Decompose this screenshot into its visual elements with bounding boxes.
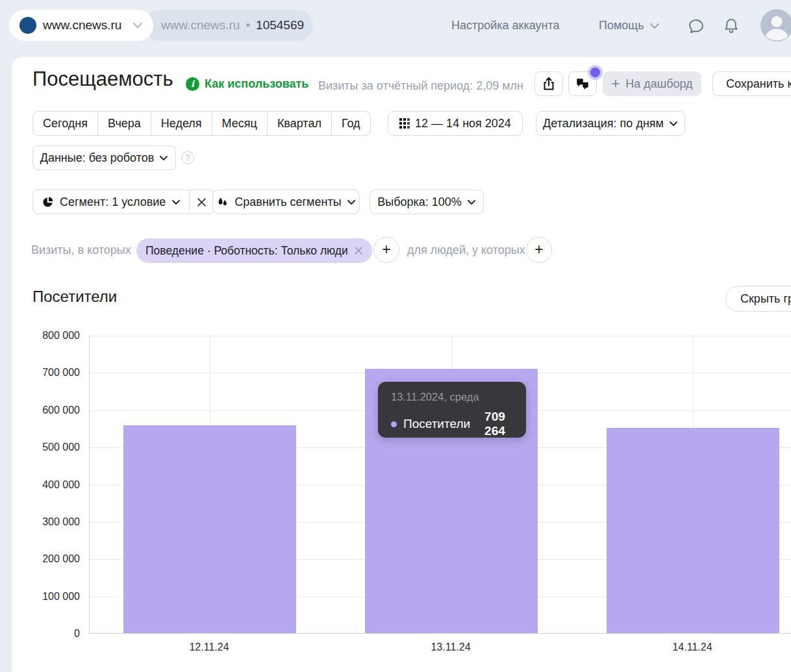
x-axis-tick: 14.11.24: [653, 641, 731, 653]
date-range-label: 12 — 14 ноя 2024: [415, 117, 511, 131]
h-gridline: [90, 336, 791, 336]
detail-dropdown[interactable]: Детализация: по дням: [536, 111, 685, 136]
data-mode-dropdown[interactable]: Данные: без роботов: [32, 145, 176, 170]
y-axis-tick: 700 000: [12, 366, 80, 379]
chevron-down-icon: [171, 199, 181, 205]
add-to-dashboard-label: На дашборд: [625, 77, 692, 91]
calendar-grid-icon: [399, 118, 410, 129]
period-tab[interactable]: Месяц: [212, 112, 267, 135]
period-tab[interactable]: Вчера: [97, 112, 151, 135]
sampling-dropdown[interactable]: Выборка: 100%: [370, 190, 484, 214]
y-axis-tick: 200 000: [12, 553, 80, 566]
visits-filter-label: Визиты, в которых: [31, 237, 131, 263]
question-icon[interactable]: ?: [181, 151, 194, 164]
chevron-down-icon: [467, 199, 476, 205]
counter-separator: •: [245, 18, 250, 32]
top-bar: www.cnews.ru • 1054569 www.cnews.ru Наст…: [0, 0, 791, 57]
y-axis-tick: 400 000: [12, 479, 80, 492]
export-button[interactable]: [534, 71, 563, 96]
counter-site-label: www.cnews.ru: [161, 18, 240, 32]
segment-dropdown[interactable]: Сегмент: 1 условие: [33, 190, 189, 214]
tooltip-metric: Посетители: [403, 417, 470, 431]
chart-tooltip: 13.11.2024, среда Посетители 709 264: [378, 382, 526, 438]
data-mode-label: Данные: без роботов: [40, 151, 155, 165]
x-axis-tick: 12.11.24: [170, 641, 248, 653]
avatar[interactable]: [760, 9, 791, 42]
x-axis: 12.11.2413.11.2414.11.24: [89, 641, 791, 657]
counter-id: 1054569: [256, 18, 304, 32]
share-icon: [541, 76, 557, 92]
close-icon: [197, 197, 207, 207]
add-people-condition-button[interactable]: +: [526, 237, 552, 263]
metrica-screen: www.cnews.ru • 1054569 www.cnews.ru Наст…: [0, 0, 791, 672]
site-favicon-icon: [19, 17, 36, 34]
account-settings-link[interactable]: Настройка аккаунта: [451, 19, 560, 32]
y-axis-tick: 800 000: [12, 329, 80, 342]
report-card: Посещаемость i Как использовать Визиты з…: [12, 57, 791, 672]
hide-chart-label: Скрыть гра: [740, 292, 791, 306]
y-axis-tick: 500 000: [12, 441, 80, 454]
counter-info[interactable]: www.cnews.ru • 1054569: [144, 10, 313, 41]
segment-control: Сегмент: 1 условие: [32, 190, 214, 214]
page-title: Посещаемость: [32, 65, 173, 93]
y-axis-tick: 600 000: [12, 404, 80, 417]
y-axis: 0100 000200 000300 000400 000500 000600 …: [12, 336, 80, 634]
visitors-chart: 0100 000200 000300 000400 000500 000600 …: [12, 336, 791, 672]
chart-plot: 13.11.2024, среда Посетители 709 264: [89, 336, 791, 634]
segment-pie-icon: [42, 196, 54, 208]
y-axis-tick: 100 000: [12, 590, 80, 603]
feedback-button[interactable]: [568, 71, 597, 96]
compare-drops-icon: [216, 195, 229, 208]
chart-bar[interactable]: [607, 428, 779, 633]
tooltip-date: 13.11.2024, среда: [391, 391, 513, 403]
y-axis-tick: 0: [12, 627, 80, 640]
x-axis-tick: 13.11.24: [412, 641, 490, 653]
period-tab[interactable]: Квартал: [267, 112, 331, 135]
hide-chart-button[interactable]: Скрыть гра: [725, 286, 791, 312]
site-selector[interactable]: www.cnews.ru: [9, 10, 153, 41]
chevron-down-icon[interactable]: [649, 23, 660, 29]
help-menu[interactable]: Помощь: [599, 19, 644, 32]
how-to-use-link[interactable]: Как использовать: [205, 77, 308, 91]
feedback-icon: [575, 76, 590, 92]
detail-label: Детализация: по дням: [543, 117, 664, 131]
chip-close-icon[interactable]: [354, 246, 363, 255]
segment-condition-chip[interactable]: Поведение · Роботность: Только люди: [136, 238, 372, 263]
bell-icon[interactable]: [722, 17, 740, 35]
visits-period-summary: Визиты за отчётный период: 2,09 млн: [318, 79, 523, 93]
chip-label: Поведение · Роботность: Только люди: [145, 244, 348, 258]
chevron-down-icon: [347, 199, 356, 205]
compare-segments-label: Сравнить сегменты: [234, 195, 341, 209]
save-as-label: Сохранить ка: [726, 77, 791, 91]
tooltip-value: 709 264: [484, 410, 513, 438]
save-as-button[interactable]: Сохранить ка: [712, 71, 791, 96]
chart-bar[interactable]: [123, 425, 296, 633]
y-axis-tick: 300 000: [12, 516, 80, 529]
segment-label: Сегмент: 1 условие: [60, 195, 166, 209]
info-icon[interactable]: i: [186, 77, 199, 91]
notification-badge: [590, 68, 600, 77]
series-dot-icon: [391, 421, 397, 427]
date-range-button[interactable]: 12 — 14 ноя 2024: [388, 111, 523, 136]
period-tab[interactable]: Год: [331, 112, 370, 135]
segment-clear-button[interactable]: [189, 190, 214, 214]
plus-icon: +: [611, 78, 620, 90]
sampling-label: Выборка: 100%: [377, 195, 462, 209]
add-visit-condition-button[interactable]: +: [373, 237, 399, 263]
site-selector-label: www.cnews.ru: [43, 18, 126, 32]
period-tab[interactable]: Неделя: [151, 112, 212, 135]
chevron-down-icon: [132, 22, 143, 29]
chevron-down-icon: [159, 155, 168, 161]
period-tab[interactable]: Сегодня: [33, 112, 97, 135]
chat-icon[interactable]: [687, 17, 705, 35]
people-filter-label: для людей, у которых: [407, 237, 525, 263]
chart-title: Посетители: [32, 286, 117, 308]
add-to-dashboard-button[interactable]: + На дашборд: [603, 71, 701, 96]
period-tab-group: СегодняВчераНеделяМесяцКварталГод: [32, 111, 371, 136]
chevron-down-icon: [669, 121, 678, 127]
compare-segments-dropdown[interactable]: Сравнить сегменты: [212, 190, 360, 214]
